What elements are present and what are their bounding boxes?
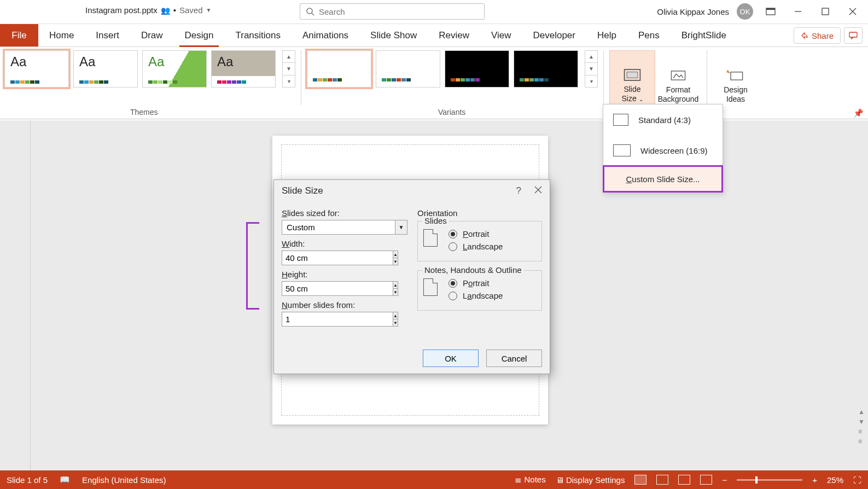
radio-portrait-notes[interactable]: Portrait [448,278,535,288]
dialog-title: Slide Size [282,185,323,196]
variant-thumb[interactable] [376,50,440,88]
sized-for-value[interactable] [282,220,395,235]
close-icon[interactable] [843,3,863,20]
sized-for-combo[interactable]: ▼ [282,220,407,235]
cancel-button[interactable]: Cancel [486,350,542,367]
slides-legend: Slides [422,216,449,225]
tab-home[interactable]: Home [38,24,85,46]
avatar[interactable]: OK [737,3,753,20]
accessibility-icon[interactable]: 📖 [60,475,70,485]
fit-window-icon[interactable]: ⛶ [853,475,861,485]
display-settings-button[interactable]: 🖥 Display Settings [556,475,625,485]
theme-thumb[interactable]: Aa [142,50,207,88]
width-stepper[interactable]: ▲▼ [282,251,335,265]
maximize-icon[interactable] [815,3,835,20]
menu-custom-size[interactable]: Custom Slide Size... [603,166,723,192]
slide-thumbnail-rail[interactable] [0,120,31,470]
dialog-left-column: Slides sized for: ▼ Width: ▲▼ Height: ▲▼… [282,204,407,327]
pin-icon[interactable]: 📌 [853,108,864,118]
tab-animations[interactable]: Animations [292,24,359,46]
ok-button[interactable]: OK [423,350,479,367]
variants-gallery: ▲▼▾ [307,50,598,88]
tab-help[interactable]: Help [586,24,627,46]
search-input[interactable]: Search [300,3,485,20]
spin-up-icon[interactable]: ▲ [393,282,398,289]
share-icon [801,32,808,39]
height-value[interactable] [282,281,393,296]
slide-counter[interactable]: Slide 1 of 5 [7,475,48,485]
chevron-down-icon[interactable]: ▼ [206,7,212,13]
height-stepper[interactable]: ▲▼ [282,281,335,296]
tab-developer[interactable]: Developer [522,24,586,46]
zoom-level[interactable]: 25% [827,475,843,485]
language-status[interactable]: English (United States) [82,475,166,485]
dialog-titlebar: Slide Size ? [274,180,550,202]
themes-gallery: Aa Aa Aa Aa ▲▼▾ [4,50,295,88]
slide-size-menu: Standard (4:3) Widescreen (16:9) Custom … [603,104,723,193]
chevron-down-icon[interactable]: ▼ [395,220,407,235]
theme-thumb[interactable]: Aa [73,50,138,88]
gallery-scroll[interactable]: ▲▼▾ [282,50,295,88]
svg-rect-12 [731,72,743,79]
tab-brightslide[interactable]: BrightSlide [671,24,737,46]
format-bg-label: Format Background [658,85,699,104]
spin-down-icon[interactable]: ▼ [393,319,398,326]
comments-button[interactable] [844,27,863,44]
slideshow-view-icon[interactable] [700,475,712,485]
notes-button[interactable]: ≣ Notes [515,475,545,485]
titlebar: Instagram post.pptx 👥 • Saved ▼ Search O… [0,0,868,24]
radio-landscape-slides[interactable]: Landscape [448,242,535,251]
share-button[interactable]: Share [794,27,841,44]
search-placeholder: Search [319,7,345,16]
normal-view-icon[interactable] [634,475,646,485]
tab-insert[interactable]: Insert [85,24,130,46]
zoom-out-icon[interactable]: − [722,475,727,485]
divider [301,50,301,105]
custom-size-label: Custom Slide Size... [626,174,700,184]
radio-landscape-notes[interactable]: Landscape [448,291,535,300]
spin-up-icon[interactable]: ▲ [393,251,398,258]
tab-view[interactable]: View [480,24,522,46]
gallery-scroll[interactable]: ▲▼▾ [585,50,598,88]
spin-down-icon[interactable]: ▼ [393,258,398,265]
tab-transitions[interactable]: Transitions [224,24,292,46]
design-ideas-icon [726,68,745,83]
minimize-icon[interactable] [788,3,808,20]
slide-nav-arrows[interactable]: ▲▼≡≡ [858,408,865,445]
slide-size-dialog: Slide Size ? Slides sized for: ▼ Width: … [273,179,550,374]
autosave-icon: 👥 [161,6,170,15]
tab-design[interactable]: Design [174,24,225,46]
tab-draw[interactable]: Draw [130,24,174,46]
menu-widescreen[interactable]: Widescreen (16:9) [603,135,723,166]
theme-thumb[interactable]: Aa [211,50,276,88]
help-icon[interactable]: ? [516,185,521,196]
zoom-slider[interactable] [737,479,802,481]
ribbon-display-icon[interactable] [761,3,780,20]
variant-thumb[interactable] [445,50,509,88]
number-from-value[interactable] [282,312,393,327]
dialog-right-column: Orientation Slides Portrait Landscape No… [417,204,542,327]
variant-thumb[interactable] [514,50,578,88]
width-value[interactable] [282,251,393,265]
tab-file[interactable]: File [0,24,38,46]
divider [707,50,707,105]
spin-down-icon[interactable]: ▼ [393,289,398,295]
tab-pens[interactable]: Pens [627,24,671,46]
group-label-variants: Variants [438,108,465,117]
tab-slideshow[interactable]: Slide Show [359,24,428,46]
format-bg-icon [668,68,688,83]
svg-rect-5 [822,8,829,15]
variant-thumb[interactable] [307,50,371,88]
menu-standard[interactable]: Standard (4:3) [603,104,723,135]
theme-thumb[interactable]: Aa [4,50,69,88]
sorter-view-icon[interactable] [656,475,668,485]
reading-view-icon[interactable] [678,475,690,485]
sized-for-label: Slides sized for: [282,208,407,218]
close-icon[interactable] [534,185,542,196]
number-from-stepper[interactable]: ▲▼ [282,312,324,327]
user-area: Olivia Kippax Jones OK [657,3,863,20]
radio-portrait-slides[interactable]: Portrait [448,229,535,238]
zoom-in-icon[interactable]: + [812,475,817,485]
spin-up-icon[interactable]: ▲ [393,312,398,319]
tab-review[interactable]: Review [428,24,480,46]
